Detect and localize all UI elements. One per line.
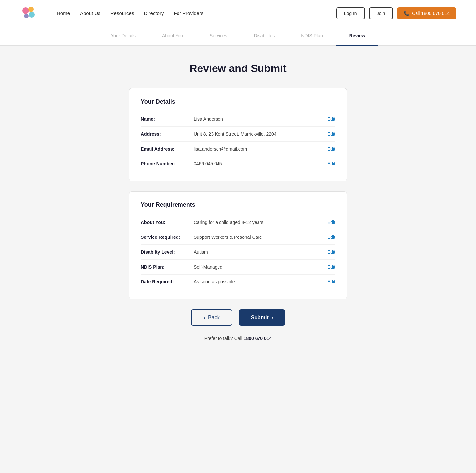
date-required-label: Date Required: — [141, 279, 194, 284]
main-content: Review and Submit Your Details Name: Lis… — [122, 46, 354, 367]
service-required-label: Service Required: — [141, 235, 194, 240]
nav-directory[interactable]: Directory — [144, 10, 164, 16]
nav-actions: Log In Join 📞 Call 1800 670 014 — [336, 7, 456, 19]
nav-about-us[interactable]: About Us — [80, 10, 100, 16]
nav-for-providers[interactable]: For Providers — [174, 10, 203, 16]
svg-text:my care space: my care space — [27, 22, 37, 22]
progress-tabs: Your Details About You Services Disabili… — [0, 26, 476, 46]
address-edit-link[interactable]: Edit — [327, 131, 335, 137]
nav-home[interactable]: Home — [57, 10, 70, 16]
tab-services[interactable]: Services — [196, 26, 241, 46]
tab-review[interactable]: Review — [336, 26, 378, 46]
svg-point-3 — [24, 14, 29, 18]
prefer-talk: Prefer to talk? Call 1800 670 014 — [129, 336, 347, 341]
nav-resources[interactable]: Resources — [110, 10, 134, 16]
join-button[interactable]: Join — [369, 7, 393, 19]
address-value: Unit 8, 23 Kent Street, Marrickville, 22… — [194, 131, 327, 137]
name-label: Name: — [141, 116, 194, 122]
table-row: Name: Lisa Anderson Edit — [141, 112, 335, 127]
form-actions: ‹ Back Submit › — [129, 309, 347, 326]
disability-level-value: Autism — [194, 249, 327, 255]
prefer-talk-phone: 1800 670 014 — [244, 336, 272, 341]
email-edit-link[interactable]: Edit — [327, 146, 335, 151]
svg-point-2 — [29, 12, 35, 18]
svg-point-1 — [28, 7, 34, 12]
login-button[interactable]: Log In — [336, 7, 365, 19]
email-label: Email Address: — [141, 146, 194, 151]
table-row: About You: Caring for a child aged 4-12 … — [141, 215, 335, 230]
prefer-talk-text: Prefer to talk? Call — [204, 336, 244, 341]
table-row: Service Required: Support Workers & Peso… — [141, 230, 335, 245]
your-requirements-card: Your Requirements About You: Caring for … — [129, 191, 347, 299]
submit-button[interactable]: Submit › — [239, 309, 285, 326]
back-button[interactable]: ‹ Back — [191, 309, 232, 326]
your-details-card: Your Details Name: Lisa Anderson Edit Ad… — [129, 88, 347, 181]
table-row: Address: Unit 8, 23 Kent Street, Marrick… — [141, 127, 335, 142]
chevron-left-icon: ‹ — [204, 315, 205, 321]
your-requirements-title: Your Requirements — [141, 201, 335, 208]
table-row: Date Required: As soon as possible Edit — [141, 275, 335, 289]
tab-ndis-plan[interactable]: NDIS Plan — [288, 26, 336, 46]
back-label: Back — [208, 315, 220, 321]
phone-edit-link[interactable]: Edit — [327, 161, 335, 166]
name-value: Lisa Anderson — [194, 116, 327, 122]
ndis-plan-edit-link[interactable]: Edit — [327, 264, 335, 270]
page-title: Review and Submit — [129, 63, 347, 75]
email-value: lisa.anderson@gmail.com — [194, 146, 327, 151]
service-required-edit-link[interactable]: Edit — [327, 235, 335, 240]
nav-links: Home About Us Resources Directory For Pr… — [57, 10, 323, 16]
tab-your-details[interactable]: Your Details — [98, 26, 149, 46]
service-required-value: Support Workers & Pesonal Care — [194, 235, 327, 240]
phone-value: 0466 045 045 — [194, 161, 327, 166]
about-you-value: Caring for a child aged 4-12 years — [194, 220, 327, 225]
date-required-edit-link[interactable]: Edit — [327, 279, 335, 284]
disability-level-edit-link[interactable]: Edit — [327, 249, 335, 255]
logo[interactable]: my care space — [20, 5, 37, 22]
ndis-plan-value: Self-Managed — [194, 264, 327, 270]
table-row: Phone Number: 0466 045 045 Edit — [141, 156, 335, 171]
table-row: NDIS Plan: Self-Managed Edit — [141, 260, 335, 275]
date-required-value: As soon as possible — [194, 279, 327, 284]
tab-about-you[interactable]: About You — [149, 26, 196, 46]
about-you-label: About You: — [141, 220, 194, 225]
ndis-plan-label: NDIS Plan: — [141, 264, 194, 270]
address-label: Address: — [141, 131, 194, 137]
navbar: my care space Home About Us Resources Di… — [0, 0, 476, 26]
phone-icon: 📞 — [404, 11, 409, 16]
disability-level-label: Disabilty Level: — [141, 249, 194, 255]
your-details-title: Your Details — [141, 98, 335, 105]
about-you-edit-link[interactable]: Edit — [327, 220, 335, 225]
name-edit-link[interactable]: Edit — [327, 116, 335, 122]
tab-disabilities[interactable]: Disabilites — [241, 26, 288, 46]
table-row: Email Address: lisa.anderson@gmail.com E… — [141, 142, 335, 156]
phone-label: Phone Number: — [141, 161, 194, 166]
chevron-right-icon: › — [271, 315, 273, 321]
call-button[interactable]: 📞 Call 1800 670 014 — [397, 7, 456, 19]
svg-point-0 — [22, 7, 29, 14]
table-row: Disabilty Level: Autism Edit — [141, 245, 335, 260]
call-label: Call 1800 670 014 — [412, 11, 450, 16]
submit-label: Submit — [251, 315, 269, 321]
